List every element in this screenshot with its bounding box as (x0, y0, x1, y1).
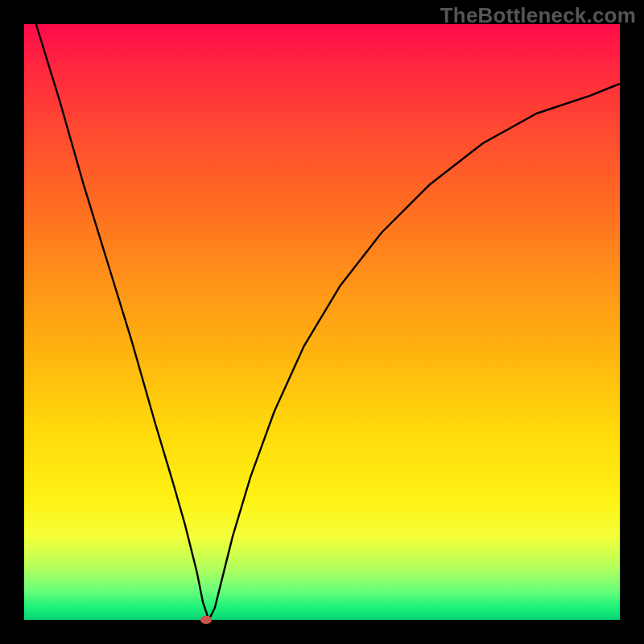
min-marker (200, 616, 212, 624)
bottleneck-curve (36, 24, 620, 620)
curve-svg (24, 24, 620, 620)
chart-frame: TheBottleneck.com (0, 0, 644, 644)
plot-area (24, 24, 620, 620)
